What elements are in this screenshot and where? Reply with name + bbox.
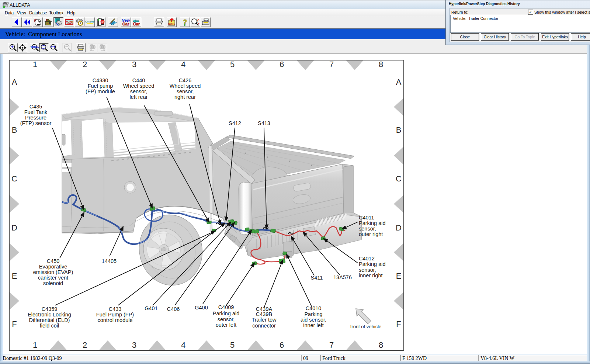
svg-text:(FP) module: (FP) module	[86, 89, 115, 94]
svg-text:NOTE: NOTE	[168, 22, 176, 25]
svg-text:8: 8	[379, 340, 383, 350]
svg-text:canister vent: canister vent	[38, 275, 68, 281]
svg-text:C4009: C4009	[218, 304, 234, 310]
svg-text:5: 5	[230, 60, 235, 69]
svg-text:14405: 14405	[102, 258, 117, 264]
svg-text:sensor,: sensor,	[359, 226, 376, 232]
svg-text:Fuel Pump (FP): Fuel Pump (FP)	[96, 312, 134, 318]
svg-text:B: B	[12, 125, 17, 135]
svg-text:Parking: Parking	[304, 311, 322, 317]
svg-text:C406: C406	[167, 306, 180, 312]
svg-text:C4330: C4330	[93, 77, 108, 83]
svg-text:E: E	[12, 271, 17, 281]
svg-text:Differential (ELD): Differential (ELD)	[29, 317, 70, 323]
svg-text:6: 6	[280, 60, 284, 69]
svg-text:FAX: FAX	[204, 19, 208, 21]
svg-text:F: F	[12, 319, 17, 329]
svg-text:Trailer tow: Trailer tow	[251, 317, 277, 323]
svg-text:2: 2	[83, 340, 87, 350]
svg-text:(FTP) sensor: (FTP) sensor	[20, 120, 52, 126]
svg-text:Evaporative: Evaporative	[39, 264, 67, 270]
svg-text:front of vehicle: front of vehicle	[350, 324, 382, 329]
svg-text:sensor,: sensor,	[218, 316, 235, 322]
svg-text:A: A	[396, 77, 402, 87]
svg-text:C439B: C439B	[256, 311, 272, 317]
svg-text:2: 2	[83, 60, 87, 69]
svg-text:3: 3	[132, 60, 136, 69]
svg-text:S413: S413	[258, 120, 270, 126]
svg-text:C4011: C4011	[359, 215, 374, 221]
svg-text:Parking aid: Parking aid	[359, 261, 386, 267]
svg-text:Wheel speed: Wheel speed	[170, 83, 201, 89]
svg-text:connector: connector	[252, 323, 276, 329]
svg-text:inner left: inner left	[303, 322, 324, 328]
svg-text:G401: G401	[145, 305, 157, 311]
svg-text:Parking aid: Parking aid	[213, 311, 240, 316]
svg-text:sensor,: sensor,	[130, 89, 148, 94]
svg-text:C4359: C4359	[42, 306, 58, 312]
svg-text:inner right: inner right	[359, 273, 382, 278]
svg-text:outer right: outer right	[359, 231, 383, 237]
svg-text:4: 4	[181, 340, 185, 350]
svg-text:F: F	[396, 319, 401, 329]
svg-text:Fuel Tank: Fuel Tank	[24, 109, 48, 115]
svg-text:control module: control module	[97, 317, 132, 323]
svg-text:Car: Car	[122, 22, 129, 26]
svg-text:C426: C426	[179, 77, 192, 83]
svg-text:7520: 7520	[65, 20, 73, 24]
svg-text:emission (EVAP): emission (EVAP)	[33, 269, 73, 275]
svg-text:8: 8	[379, 60, 383, 69]
svg-text:3: 3	[132, 340, 136, 350]
svg-text:S412: S412	[229, 120, 241, 126]
svg-text:Electronic Locking: Electronic Locking	[28, 312, 71, 318]
svg-text:sensor,: sensor,	[359, 267, 376, 273]
svg-text:100%: 100%	[30, 45, 39, 49]
svg-text:D: D	[11, 223, 17, 232]
svg-text:field coil: field coil	[40, 323, 59, 329]
svg-text:outer left: outer left	[216, 322, 236, 328]
svg-text:Pressure: Pressure	[25, 115, 46, 121]
svg-text:Fuel pump: Fuel pump	[88, 83, 113, 89]
svg-text:Online: Online	[85, 20, 94, 23]
svg-text:G400: G400	[195, 305, 208, 311]
svg-text:B: B	[396, 125, 402, 135]
svg-text:C4012: C4012	[359, 256, 375, 261]
svg-text:2: 2	[197, 21, 198, 23]
svg-text:Car: Car	[133, 22, 140, 26]
svg-text:1: 1	[33, 60, 37, 69]
svg-text:4: 4	[181, 60, 185, 69]
svg-text:C435: C435	[30, 104, 42, 110]
svg-text:6: 6	[280, 340, 284, 350]
svg-text:C: C	[11, 174, 17, 183]
svg-text:C: C	[396, 174, 402, 183]
svg-text:right rear: right rear	[174, 94, 196, 100]
svg-text:5: 5	[230, 340, 235, 350]
svg-text:left rear: left rear	[129, 94, 148, 100]
svg-text:1: 1	[33, 340, 37, 350]
svg-text:C4010: C4010	[306, 305, 322, 311]
svg-text:Wheel speed: Wheel speed	[123, 83, 155, 89]
svg-text:S411: S411	[311, 275, 323, 281]
svg-text:sensor,: sensor,	[177, 89, 194, 94]
svg-text:C450: C450	[47, 258, 60, 264]
svg-text:7: 7	[329, 60, 334, 69]
svg-text:aid sensor,: aid sensor,	[301, 317, 326, 323]
svg-text:7: 7	[329, 340, 334, 350]
svg-text:E: E	[396, 271, 402, 281]
svg-text:D: D	[396, 223, 402, 232]
svg-text:Parking aid: Parking aid	[359, 220, 386, 226]
svg-text:C433: C433	[109, 306, 122, 312]
svg-text:13A576: 13A576	[333, 274, 352, 280]
svg-text:solenoid: solenoid	[43, 280, 63, 286]
svg-text:C440: C440	[132, 77, 145, 83]
svg-text:A: A	[12, 77, 17, 87]
